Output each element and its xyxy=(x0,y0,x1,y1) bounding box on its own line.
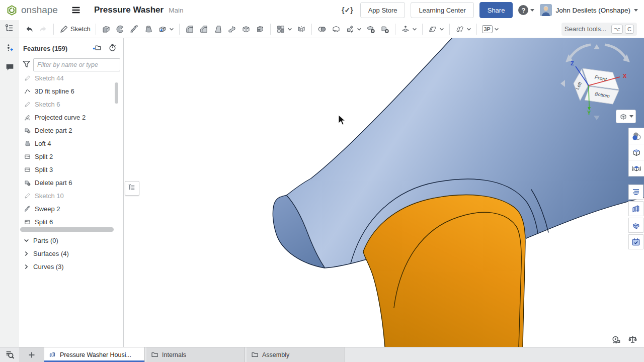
tab-label: Assembly xyxy=(262,351,289,358)
toolbar-separator xyxy=(476,24,477,35)
feature-item[interactable]: Sketch 10 xyxy=(19,189,123,202)
measure-tool-icon[interactable] xyxy=(611,334,621,345)
chevron-down-icon xyxy=(629,115,633,118)
tool-delete-face-button[interactable] xyxy=(364,23,377,36)
right-rail-panel-group xyxy=(628,185,643,249)
section-surfaces[interactable]: Surfaces (4) xyxy=(19,247,123,260)
tool-fillet-button[interactable] xyxy=(183,23,196,36)
mass-properties-icon[interactable] xyxy=(627,334,638,345)
isometric-cube-icon xyxy=(619,112,628,121)
vertical-scrollbar[interactable] xyxy=(115,82,118,104)
tasks-calendar-icon[interactable] xyxy=(628,234,643,249)
tool-delete-part-button[interactable] xyxy=(378,23,391,36)
filter-funnel-icon[interactable] xyxy=(21,59,32,71)
graphics-viewport[interactable]: Front Left Bottom X Y Z xyxy=(124,38,644,347)
tool-3p-button[interactable]: 3P xyxy=(480,24,501,35)
tool-sweep-button[interactable] xyxy=(128,23,141,36)
parts-list-icon[interactable] xyxy=(628,201,643,216)
tool-hole-button[interactable] xyxy=(254,23,267,36)
onshape-logo[interactable]: onshape xyxy=(6,5,58,16)
tool-linear-pattern-button[interactable] xyxy=(274,23,294,36)
chevron-down-icon xyxy=(530,9,534,12)
feature-item[interactable]: 3D fit spline 6 xyxy=(19,84,123,98)
search-tools-box[interactable]: Search tools... ⌥ C xyxy=(561,23,637,36)
tool-surface-pattern-button[interactable] xyxy=(453,23,473,36)
versions-part-icon[interactable] xyxy=(628,218,643,233)
feature-tree-toggle[interactable] xyxy=(0,20,19,38)
feature-label: Sweep 2 xyxy=(35,205,60,213)
tool-move-face-button[interactable] xyxy=(399,23,419,36)
feature-label: Sketch 44 xyxy=(35,74,64,82)
section-parts[interactable]: Parts (0) xyxy=(19,234,123,247)
render-cube-icon[interactable] xyxy=(629,144,644,160)
horizontal-scrollbar[interactable] xyxy=(20,227,114,232)
feature-item[interactable]: Projected curve 2 xyxy=(19,111,123,124)
toolbar-separator xyxy=(53,24,54,35)
features-panel: Features (159) Sketch 443D fit spline 6S… xyxy=(19,38,124,347)
user-menu[interactable]: John Desilets (Onshape) xyxy=(540,4,638,16)
tool-chamfer-button[interactable] xyxy=(197,23,210,36)
render-rotate-icon[interactable] xyxy=(629,160,644,176)
axis-x-label: X xyxy=(623,73,627,79)
help-icon: ? xyxy=(518,5,528,15)
feature-item[interactable]: Delete part 2 xyxy=(19,124,123,137)
mouse-cursor xyxy=(338,115,346,126)
tool-transform-button[interactable] xyxy=(344,23,363,36)
add-tab-button[interactable] xyxy=(19,347,44,362)
learning-center-button[interactable]: Learning Center xyxy=(411,2,473,18)
toolbar-separator xyxy=(449,24,450,35)
tab-pressure-washer-housi[interactable]: Pressure Washer Housi... xyxy=(44,347,145,362)
app-store-button[interactable]: App Store xyxy=(360,2,406,18)
versions-icon[interactable] xyxy=(5,43,15,55)
tool-draft-button[interactable] xyxy=(211,23,224,36)
tool-revolve-button[interactable] xyxy=(114,23,127,36)
tool-sketch-button[interactable]: Sketch xyxy=(57,23,92,36)
workspace-name[interactable]: Main xyxy=(169,7,183,14)
document-title: Pressure Washer xyxy=(94,5,164,15)
tool-enclose-button[interactable] xyxy=(330,23,343,36)
tool-extrude-button[interactable] xyxy=(100,23,113,36)
section-label: Parts (0) xyxy=(33,237,58,244)
hamburger-menu-icon[interactable] xyxy=(71,5,81,15)
feature-item[interactable]: Sweep 2 xyxy=(19,202,123,215)
tool-redo-button[interactable] xyxy=(37,23,50,36)
tool-undo-button[interactable] xyxy=(23,23,36,36)
feature-item[interactable]: Delete part 6 xyxy=(19,176,123,189)
section-curves[interactable]: Curves (3) xyxy=(19,260,123,273)
tool-mirror-button[interactable] xyxy=(295,23,308,36)
comparison-icon[interactable] xyxy=(628,185,643,200)
app-header: onshape Pressure Washer Main {✓} App Sto… xyxy=(0,0,644,20)
feature-label: Delete part 6 xyxy=(35,179,72,187)
axis-y-line xyxy=(589,85,589,108)
tool-plane-button[interactable] xyxy=(426,23,446,36)
rollback-stopwatch-icon[interactable] xyxy=(108,43,117,54)
view-options-button[interactable] xyxy=(616,110,636,123)
feature-item[interactable]: Sketch 44 xyxy=(19,71,123,84)
features-title: Features (159) xyxy=(23,45,92,52)
share-button[interactable]: Share xyxy=(479,2,513,18)
feature-item[interactable]: Sketch 6 xyxy=(19,98,123,111)
search-tabs-icon[interactable] xyxy=(0,347,19,362)
three-point-label: 3P xyxy=(482,25,493,33)
feature-script-icon[interactable]: {✓} xyxy=(342,6,353,14)
tab-bar: Pressure Washer Housi...InternalsAssembl… xyxy=(0,347,644,362)
axis-y-label: Y xyxy=(587,110,591,116)
feature-item[interactable]: Split 6 xyxy=(19,215,123,228)
feature-item[interactable]: Split 3 xyxy=(19,163,123,176)
tool-loft-button[interactable] xyxy=(142,23,155,36)
tab-assembly[interactable]: Assembly xyxy=(247,347,345,362)
filter-input[interactable] xyxy=(33,58,120,71)
feature-item[interactable]: Loft 4 xyxy=(19,137,123,150)
help-menu[interactable]: ? xyxy=(518,5,534,15)
comment-icon[interactable] xyxy=(5,62,15,74)
tool-shell-button[interactable] xyxy=(239,23,253,36)
feature-label: Split 6 xyxy=(35,218,53,226)
tab-internals[interactable]: Internals xyxy=(146,347,245,362)
appearance-icon[interactable] xyxy=(629,128,644,144)
tool-thicken-button[interactable] xyxy=(156,23,176,36)
tool-rib-button[interactable] xyxy=(225,23,238,36)
panel-collapse-button[interactable] xyxy=(125,181,139,196)
feature-item[interactable]: Split 2 xyxy=(19,150,123,163)
add-folder-icon[interactable] xyxy=(92,43,102,54)
tool-boolean-button[interactable] xyxy=(315,23,329,36)
